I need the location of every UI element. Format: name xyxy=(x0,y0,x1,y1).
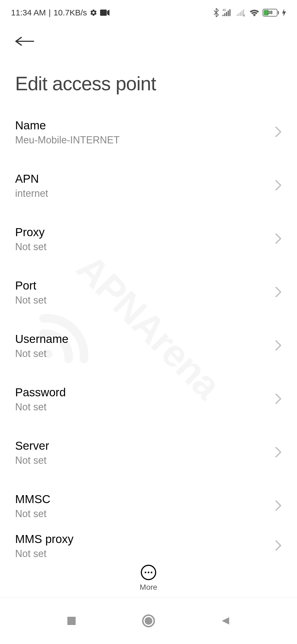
setting-row-name[interactable]: Name Meu-Mobile-INTERNET xyxy=(15,106,282,159)
setting-value: internet xyxy=(15,188,269,199)
svg-rect-5 xyxy=(228,11,229,16)
status-right: 4G 38 xyxy=(213,8,286,17)
battery-percent: 38 xyxy=(263,10,277,15)
wifi-icon xyxy=(249,9,259,17)
setting-row-proxy[interactable]: Proxy Not set xyxy=(15,212,282,266)
setting-label: Port xyxy=(15,279,269,292)
chevron-right-icon xyxy=(275,340,282,352)
status-left: 11:34 AM | 10.7KB/s xyxy=(11,8,109,17)
chevron-right-icon xyxy=(275,233,282,245)
chevron-right-icon xyxy=(275,393,282,405)
nav-bar xyxy=(0,597,297,644)
svg-rect-4 xyxy=(226,12,227,16)
svg-rect-10 xyxy=(241,11,243,16)
more-label: More xyxy=(140,583,157,592)
svg-rect-8 xyxy=(238,13,240,16)
back-button[interactable] xyxy=(15,33,34,51)
setting-label: Password xyxy=(15,386,269,399)
status-time: 11:34 AM xyxy=(11,8,46,17)
setting-value: Meu-Mobile-INTERNET xyxy=(15,134,269,146)
setting-label: Name xyxy=(15,119,269,132)
setting-row-port[interactable]: Port Not set xyxy=(15,266,282,319)
svg-rect-0 xyxy=(100,10,107,16)
camera-icon xyxy=(100,9,109,16)
setting-value: Not set xyxy=(15,455,269,466)
setting-label: MMSC xyxy=(15,493,269,506)
setting-value: Not set xyxy=(15,294,269,306)
battery-indicator: 38 xyxy=(263,9,279,17)
bottom-toolbar: More xyxy=(0,559,297,597)
chevron-right-icon xyxy=(275,286,282,299)
chevron-right-icon xyxy=(275,500,282,512)
signal-bars-icon xyxy=(236,9,246,17)
setting-row-server[interactable]: Server Not set xyxy=(15,426,282,479)
setting-value: Not set xyxy=(15,401,269,413)
svg-rect-2 xyxy=(222,15,224,16)
setting-label: APN xyxy=(15,172,269,185)
more-icon xyxy=(141,565,156,580)
setting-label: Server xyxy=(15,439,269,452)
bluetooth-icon xyxy=(213,8,219,17)
page-title: Edit access point xyxy=(0,56,297,106)
svg-text:4G: 4G xyxy=(222,9,226,12)
setting-value: Not set xyxy=(15,548,269,559)
setting-row-password[interactable]: Password Not set xyxy=(15,373,282,426)
status-divider: | xyxy=(49,8,51,17)
svg-point-15 xyxy=(145,617,152,625)
signal-4g-icon: 4G xyxy=(222,9,233,17)
nav-recent-button[interactable] xyxy=(58,607,85,635)
chevron-right-icon xyxy=(275,447,282,459)
settings-list: Name Meu-Mobile-INTERNET APN internet Pr… xyxy=(0,106,297,559)
setting-label: MMS proxy xyxy=(15,533,269,546)
setting-label: Username xyxy=(15,332,269,346)
svg-rect-6 xyxy=(229,9,230,16)
chevron-right-icon xyxy=(275,540,282,552)
status-bar: 11:34 AM | 10.7KB/s 4G 38 xyxy=(0,0,297,22)
setting-row-apn[interactable]: APN internet xyxy=(15,159,282,212)
nav-home-button[interactable] xyxy=(135,607,162,635)
svg-rect-3 xyxy=(224,13,226,16)
status-data-rate: 10.7KB/s xyxy=(54,8,87,17)
setting-value: Not set xyxy=(15,241,269,253)
setting-row-username[interactable]: Username Not set xyxy=(15,319,282,373)
setting-value: Not set xyxy=(15,348,269,359)
setting-label: Proxy xyxy=(15,226,269,239)
setting-value: Not set xyxy=(15,508,269,520)
charging-icon xyxy=(282,9,286,17)
chevron-right-icon xyxy=(275,126,282,138)
setting-row-mmsc[interactable]: MMSC Not set xyxy=(15,479,282,533)
svg-rect-7 xyxy=(237,15,238,16)
settings-icon xyxy=(90,9,97,17)
svg-rect-9 xyxy=(240,12,241,16)
nav-back-button[interactable] xyxy=(212,607,239,635)
more-button[interactable]: More xyxy=(140,565,157,592)
svg-rect-13 xyxy=(67,617,76,625)
chevron-right-icon xyxy=(275,180,282,192)
setting-row-mms-proxy[interactable]: MMS proxy Not set xyxy=(15,533,282,559)
header xyxy=(0,22,297,56)
